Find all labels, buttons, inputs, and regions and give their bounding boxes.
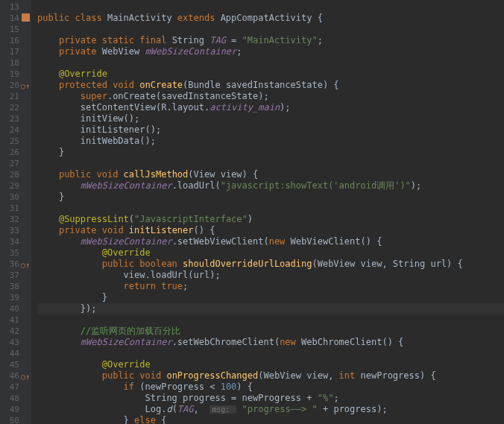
token-plain: ; [318, 35, 323, 45]
token-plain: (WebView view, String url) { [312, 259, 462, 269]
code-line[interactable]: initWebData(); [37, 136, 504, 147]
token-kw: int [339, 370, 361, 381]
token-plain: initListener(); [37, 124, 161, 135]
code-line[interactable] [37, 314, 504, 326]
line-number: 19 [0, 69, 31, 80]
token-field: activity_main [210, 102, 280, 113]
token-ann: @Override [59, 69, 107, 79]
code-line[interactable]: initListener(); [37, 124, 504, 136]
code-line[interactable]: //监听网页的加载百分比 [37, 326, 504, 337]
line-number: 24 [0, 124, 31, 136]
token-plain: ( [172, 404, 177, 414]
override-marker-icon[interactable]: ○↑ [21, 259, 30, 270]
code-line[interactable]: mWebSizeContainer.setWebChromeClient(new… [37, 337, 504, 348]
token-str: "%" [318, 393, 334, 403]
token-plain: } [37, 415, 134, 424]
code-line[interactable]: private void initListener() { [37, 225, 504, 236]
token-plain: = [226, 35, 242, 45]
token-plain: }); [37, 303, 96, 314]
code-line[interactable]: }); [37, 303, 504, 314]
code-line[interactable]: @Override [37, 359, 504, 370]
token-plain [37, 382, 124, 392]
code-line[interactable] [37, 203, 504, 214]
token-plain [37, 214, 59, 224]
line-number: 50 [0, 415, 31, 424]
line-number: 28 [0, 169, 31, 180]
token-field: mWebSizeContainer [81, 180, 172, 191]
line-number: 20○↑ [0, 80, 31, 91]
token-str: "JavascriptInterface" [134, 214, 248, 224]
code-line[interactable]: public class MainActivity extends AppCom… [37, 13, 504, 24]
token-const: TAG [177, 404, 194, 414]
code-line[interactable] [37, 1, 504, 13]
line-number: 41 [0, 314, 31, 326]
code-line[interactable] [37, 348, 504, 359]
token-plain [37, 80, 59, 90]
token-plain [37, 326, 81, 336]
token-kw: public boolean [102, 259, 183, 269]
code-line[interactable]: } [37, 192, 504, 203]
token-plain [37, 169, 59, 180]
token-param: progress [183, 393, 226, 403]
code-editor[interactable]: 1314151617181920○↑2122232425262728293031… [0, 0, 504, 424]
code-line[interactable] [37, 158, 504, 169]
token-static-call: d [166, 404, 171, 414]
code-line[interactable]: if (newProgress < 100) { [37, 382, 504, 393]
code-line[interactable]: } else { [37, 415, 504, 424]
token-plain: (WebView view, [258, 370, 338, 381]
code-line[interactable]: public boolean shouldOverrideUrlLoading(… [37, 259, 504, 270]
code-line[interactable]: public void onProgressChanged(WebView vi… [37, 370, 504, 382]
code-line[interactable]: } [37, 147, 504, 158]
code-line[interactable]: @SuppressLint("JavascriptInterface") [37, 214, 504, 225]
code-line[interactable] [37, 24, 504, 35]
line-number: 39 [0, 292, 31, 303]
code-line[interactable]: @Override [37, 69, 504, 80]
code-line[interactable] [37, 57, 504, 69]
code-line[interactable]: @Override [37, 247, 504, 259]
token-plain: ); [411, 180, 421, 191]
token-field: mWebSizeContainer [145, 46, 237, 57]
token-kw: public void [59, 169, 124, 180]
code-area[interactable]: public class MainActivity extends AppCom… [31, 0, 504, 424]
override-marker-icon[interactable]: ○↑ [21, 80, 30, 92]
token-field: mWebSizeContainer [81, 236, 172, 247]
code-line[interactable]: private static final String TAG = "MainA… [37, 35, 504, 46]
code-line[interactable]: mWebSizeContainer.setWebViewClient(new W… [37, 236, 504, 247]
override-marker-icon[interactable]: ○↑ [21, 371, 30, 382]
token-type: AppCompatActivity { [221, 13, 323, 23]
token-plain: (View view) { [188, 169, 258, 180]
token-ann: @SuppressLint [59, 214, 129, 224]
token-plain: } [37, 147, 64, 157]
code-line[interactable]: Log.d(TAG, msg: "progress——> " + progres… [37, 404, 504, 415]
token-kw: private static final [59, 35, 172, 45]
token-kw: else [134, 415, 161, 424]
token-plain [37, 247, 102, 258]
code-line[interactable]: String progress = newProgress + "%"; [37, 393, 504, 404]
token-plain: initWebData(); [37, 136, 156, 146]
code-line[interactable]: } [37, 292, 504, 303]
code-line[interactable]: protected void onCreate(Bundle savedInst… [37, 80, 504, 91]
token-hint: msg: [210, 405, 236, 414]
class-file-icon [22, 13, 30, 22]
code-line[interactable]: public void callJsMethod(View view) { [37, 169, 504, 180]
token-plain: (newProgress < [139, 382, 220, 392]
token-plain: .setWebChromeClient( [172, 337, 280, 347]
code-line[interactable]: return true; [37, 281, 504, 292]
code-line[interactable]: view.loadUrl(url); [37, 270, 504, 281]
line-number: 43 [0, 337, 31, 348]
code-line[interactable]: super.onCreate(savedInstanceState); [37, 91, 504, 102]
code-line[interactable]: initView(); [37, 113, 504, 124]
line-number: 33 [0, 225, 31, 236]
token-plain: { [161, 415, 166, 424]
line-number: 18 [0, 57, 31, 69]
code-line[interactable]: setContentView(R.layout.activity_main); [37, 102, 504, 113]
token-plain: () { [194, 225, 215, 235]
line-number: 21 [0, 91, 31, 102]
code-line[interactable]: mWebSizeContainer.loadUrl("javascript:sh… [37, 180, 504, 192]
token-str: "MainActivity" [242, 35, 318, 45]
token-kw: extends [177, 13, 221, 23]
token-fn: initListener [129, 225, 194, 235]
token-plain: ; [183, 281, 188, 291]
code-line[interactable]: private WebView mWebSizeContainer; [37, 46, 504, 57]
line-number: 34 [0, 236, 31, 247]
